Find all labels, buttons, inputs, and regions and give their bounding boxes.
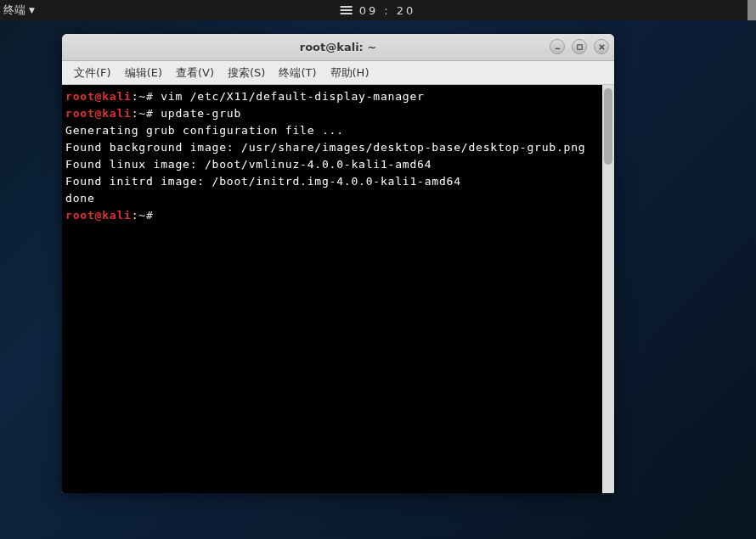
top-bar-app-menu[interactable]: 终端 ▼	[0, 3, 35, 18]
chevron-down-icon: ▼	[29, 6, 35, 14]
maximize-button[interactable]	[572, 39, 587, 54]
prompt-path: ~#	[138, 209, 153, 222]
close-button[interactable]	[594, 39, 609, 54]
terminal-area: root@kali:~# vim /etc/X11/default-displa…	[62, 85, 614, 493]
menu-search[interactable]: 搜索(S)	[221, 62, 272, 84]
svg-rect-1	[577, 44, 581, 48]
terminal-line: done	[65, 190, 599, 207]
menu-icon	[341, 6, 353, 14]
menu-file[interactable]: 文件(F)	[67, 62, 118, 84]
scrollbar-thumb[interactable]	[604, 88, 612, 165]
terminal-line: Found initrd image: /boot/initrd.img-4.0…	[65, 173, 599, 190]
menu-view[interactable]: 查看(V)	[169, 62, 221, 84]
terminal-line: root@kali:~# update-grub	[65, 105, 599, 122]
terminal-line: root@kali:~#	[65, 207, 599, 224]
prompt-separator: :	[132, 209, 139, 222]
prompt-path: ~#	[138, 107, 153, 120]
prompt-path: ~#	[138, 90, 153, 103]
prompt-user: root@kali	[65, 90, 132, 103]
prompt-separator: :	[132, 90, 139, 103]
clock-time: 09 : 20	[359, 4, 416, 17]
menu-edit[interactable]: 编辑(E)	[118, 62, 169, 84]
window-titlebar[interactable]: root@kali: ~	[62, 34, 614, 61]
window-controls	[550, 39, 609, 54]
command-text: update-grub	[154, 107, 242, 120]
menu-terminal[interactable]: 终端(T)	[272, 62, 323, 84]
command-text: vim /etc/X11/default-display-manager	[154, 90, 425, 103]
terminal-line: Found background image: /usr/share/image…	[65, 139, 599, 156]
terminal-line: root@kali:~# vim /etc/X11/default-displa…	[65, 88, 599, 105]
terminal-scrollbar[interactable]	[602, 85, 614, 493]
minimize-icon	[554, 43, 561, 51]
menu-help[interactable]: 帮助(H)	[324, 62, 376, 84]
terminal-line: Found linux image: /boot/vmlinuz-4.0.0-k…	[65, 156, 599, 173]
terminal-window: root@kali: ~ 文件(F) 编辑(E) 查看(V) 搜索(S) 终端(…	[62, 34, 614, 493]
terminal-body[interactable]: root@kali:~# vim /etc/X11/default-displa…	[62, 85, 602, 493]
top-bar-clock[interactable]: 09 : 20	[341, 4, 416, 17]
prompt-user: root@kali	[65, 209, 132, 222]
prompt-separator: :	[132, 107, 139, 120]
app-menu-label: 终端	[3, 3, 25, 18]
desktop-top-bar: 终端 ▼ 09 : 20	[0, 0, 756, 20]
maximize-icon	[576, 43, 584, 51]
window-menubar: 文件(F) 编辑(E) 查看(V) 搜索(S) 终端(T) 帮助(H)	[62, 61, 614, 85]
window-title: root@kali: ~	[300, 41, 376, 53]
command-text	[154, 209, 161, 222]
close-icon	[598, 43, 606, 51]
terminal-line: Generating grub configuration file ...	[65, 122, 599, 139]
prompt-user: root@kali	[65, 107, 132, 120]
minimize-button[interactable]	[550, 39, 565, 54]
top-bar-tray[interactable]	[748, 0, 756, 20]
